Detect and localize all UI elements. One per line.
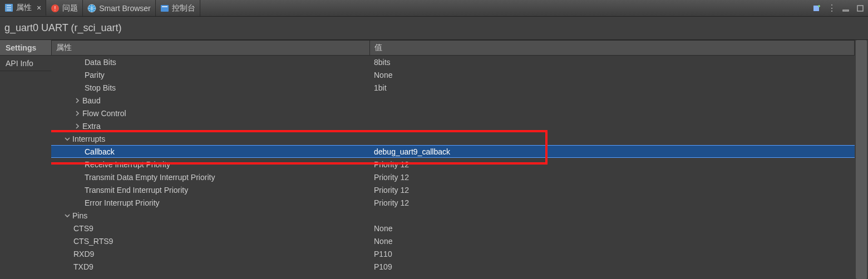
- view-tab-bar: 属性 × ! 问题 Smart Browser 控制台 ⋮: [0, 0, 868, 17]
- property-tree: Data Bits 8bits Parity None Stop Bits 1b…: [51, 56, 855, 279]
- new-view-icon[interactable]: [812, 4, 821, 13]
- scrollbar-thumb[interactable]: [856, 40, 867, 279]
- table-header: 属性 值: [51, 40, 855, 56]
- prop-label: Transmit Data Empty Interrupt Priority: [85, 173, 215, 182]
- tab-settings[interactable]: Settings: [0, 40, 51, 56]
- prop-label: RXD9: [73, 250, 94, 258]
- row-baud[interactable]: Baud: [51, 94, 855, 107]
- prop-label: TXD9: [73, 262, 93, 271]
- view-menu-icon[interactable]: ⋮: [827, 4, 836, 13]
- console-icon: [160, 4, 169, 13]
- prop-value: debug_uart9_callback: [374, 147, 450, 156]
- prop-value: None: [374, 71, 392, 79]
- problems-icon: !: [51, 4, 60, 13]
- browser-icon: [87, 4, 96, 13]
- row-tx-empty-priority[interactable]: Transmit Data Empty Interrupt Priority P…: [51, 171, 855, 183]
- prop-label: Extra: [82, 122, 101, 131]
- prop-label: Error Interrupt Priority: [85, 198, 160, 207]
- vertical-scrollbar[interactable]: [855, 40, 868, 279]
- svg-rect-7: [843, 10, 849, 11]
- prop-value: Priority 12: [374, 160, 409, 169]
- row-rxd9[interactable]: RXD9 P110: [51, 247, 855, 260]
- row-tx-end-priority[interactable]: Transmit End Interrupt Priority Priority…: [51, 183, 855, 196]
- prop-value: 1bit: [374, 83, 387, 92]
- prop-label: CTS9: [73, 224, 93, 233]
- prop-label: Stop Bits: [85, 83, 116, 92]
- prop-value: P109: [374, 262, 392, 271]
- close-icon[interactable]: ×: [37, 4, 41, 12]
- prop-label: Interrupts: [72, 134, 105, 143]
- row-error-int-priority[interactable]: Error Interrupt Priority Priority 12: [51, 196, 855, 209]
- tab-smart-browser[interactable]: Smart Browser: [83, 0, 156, 16]
- row-pins[interactable]: Pins: [51, 209, 855, 222]
- prop-label: Transmit End Interrupt Priority: [85, 186, 188, 195]
- tab-console[interactable]: 控制台: [156, 0, 200, 16]
- row-callback[interactable]: Callback debug_uart9_callback: [51, 145, 855, 158]
- row-txd9[interactable]: TXD9 P109: [51, 260, 855, 273]
- properties-icon: [4, 3, 13, 12]
- chevron-down-icon[interactable]: [63, 135, 71, 143]
- prop-value: Priority 12: [374, 186, 409, 195]
- column-property[interactable]: 属性: [52, 41, 370, 55]
- side-tab-list: Settings API Info: [0, 40, 51, 279]
- prop-value: Priority 12: [374, 198, 409, 207]
- chevron-down-icon[interactable]: [63, 212, 71, 220]
- row-receive-int-priority[interactable]: Receive Interrupt Priority Priority 12: [51, 158, 855, 171]
- tab-label: 问题: [62, 3, 78, 13]
- view-actions: ⋮: [812, 0, 868, 16]
- prop-label: Receive Interrupt Priority: [85, 160, 170, 169]
- prop-value: None: [374, 237, 392, 246]
- chevron-right-icon[interactable]: [73, 122, 81, 130]
- row-extra[interactable]: Extra: [51, 119, 855, 132]
- prop-label: Pins: [72, 211, 87, 220]
- prop-label: Baud: [82, 96, 101, 105]
- tab-api-info[interactable]: API Info: [0, 56, 51, 71]
- title-text: g_uart0 UART (r_sci_uart): [4, 22, 121, 34]
- prop-label: Flow Control: [82, 109, 126, 118]
- row-parity[interactable]: Parity None: [51, 68, 855, 81]
- tab-label: Smart Browser: [99, 4, 151, 13]
- row-data-bits[interactable]: Data Bits 8bits: [51, 56, 855, 68]
- prop-value: P110: [374, 250, 392, 258]
- row-flow-control[interactable]: Flow Control: [51, 107, 855, 119]
- row-stop-bits[interactable]: Stop Bits 1bit: [51, 81, 855, 94]
- row-cts9[interactable]: CTS9 None: [51, 222, 855, 235]
- prop-label: CTS_RTS9: [73, 237, 113, 246]
- prop-label: Callback: [85, 147, 115, 156]
- maximize-view-icon[interactable]: [856, 4, 865, 13]
- row-cts-rts9[interactable]: CTS_RTS9 None: [51, 235, 855, 247]
- prop-value: Priority 12: [374, 173, 409, 182]
- svg-rect-8: [857, 6, 863, 11]
- prop-value: None: [374, 224, 392, 233]
- chevron-right-icon[interactable]: [73, 109, 81, 117]
- chevron-right-icon[interactable]: [73, 97, 81, 104]
- tab-label: 属性: [16, 3, 32, 13]
- prop-label: Data Bits: [85, 58, 116, 67]
- tab-problems[interactable]: ! 问题: [46, 0, 83, 16]
- prop-label: Parity: [85, 71, 105, 79]
- prop-value: 8bits: [374, 58, 391, 67]
- tab-label: 控制台: [172, 3, 195, 13]
- svg-text:!: !: [55, 6, 56, 12]
- tab-properties[interactable]: 属性 ×: [0, 0, 46, 16]
- svg-rect-4: [161, 5, 169, 12]
- page-title: g_uart0 UART (r_sci_uart): [0, 17, 868, 40]
- row-interrupts[interactable]: Interrupts: [51, 132, 855, 145]
- minimize-view-icon[interactable]: [841, 4, 850, 13]
- column-value[interactable]: 值: [370, 41, 854, 55]
